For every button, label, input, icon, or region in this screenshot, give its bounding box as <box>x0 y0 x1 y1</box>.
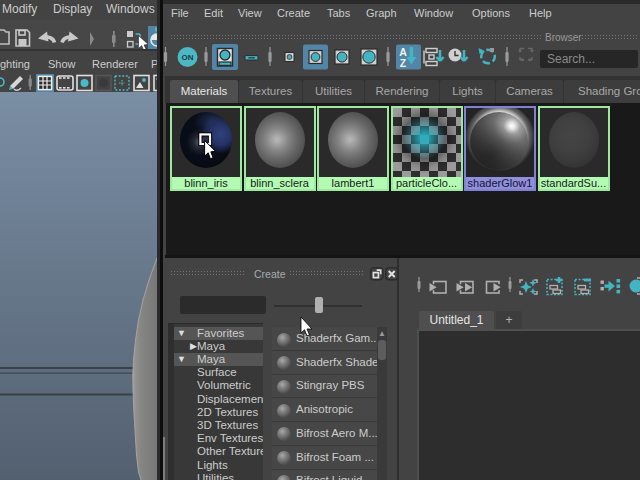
svg-text:Z: Z <box>400 57 407 69</box>
svg-text:ON: ON <box>182 53 194 62</box>
